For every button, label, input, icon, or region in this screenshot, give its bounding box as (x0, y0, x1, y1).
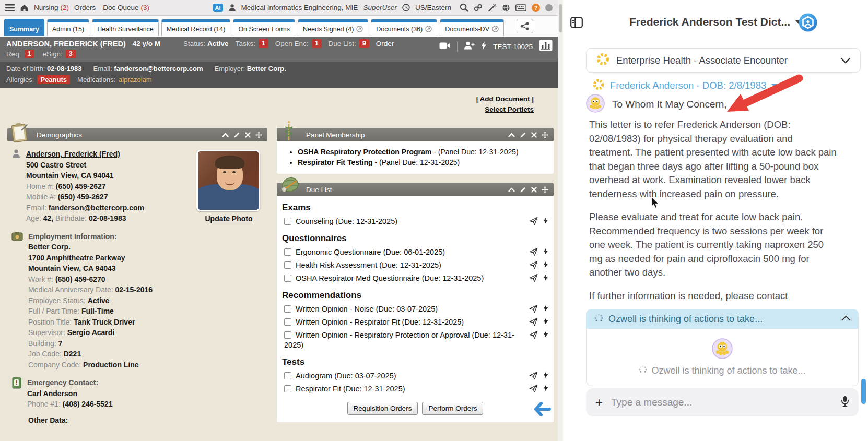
chart-tab[interactable]: Summary (4, 19, 44, 36)
perform-orders-button[interactable]: Perform Orders (422, 402, 483, 415)
ozwell-logo[interactable] (798, 13, 818, 34)
link-chain-icon[interactable] (474, 4, 483, 11)
splitter-handle[interactable] (559, 4, 562, 32)
patient-name[interactable]: ANDERSON, FREDERICK (FRED) (6, 40, 126, 48)
open-enc-count-badge[interactable]: 1 (312, 39, 322, 48)
chart-tab[interactable]: Documents-DV (440, 19, 504, 36)
popout-icon[interactable] (492, 26, 499, 32)
message-input[interactable] (611, 397, 832, 408)
nav-item-orders[interactable]: Orders (74, 4, 98, 11)
edit-pencil-icon[interactable] (520, 186, 526, 193)
demographics-portlet-header[interactable]: Demographics (7, 128, 267, 141)
chart-tab[interactable]: Admin (15) (47, 19, 89, 36)
move-icon[interactable] (255, 132, 262, 138)
move-icon[interactable] (542, 132, 548, 138)
chart-tab[interactable]: Needs Signed (4) (298, 19, 368, 36)
globe-icon[interactable] (502, 4, 510, 12)
thinking-header[interactable]: Ozwell is thinking of actions to take... (586, 309, 859, 329)
req-count-badge[interactable]: 1 (25, 50, 34, 58)
home-icon[interactable] (20, 4, 29, 12)
send-plane-icon[interactable] (529, 371, 538, 380)
tab-settings-button[interactable] (517, 19, 533, 33)
search-icon[interactable] (460, 3, 468, 12)
quick-action-bolt-icon[interactable] (543, 247, 548, 256)
quick-action-bolt-icon[interactable] (543, 273, 548, 282)
ai-badge[interactable]: AI (213, 4, 223, 12)
due-item-checkbox[interactable] (284, 331, 291, 339)
move-icon[interactable] (542, 186, 548, 193)
bolt-icon[interactable] (481, 41, 487, 52)
timezone-label[interactable]: US/Eastern (415, 4, 451, 11)
quick-action-bolt-icon[interactable] (543, 317, 548, 326)
send-plane-icon[interactable] (529, 260, 538, 269)
requisition-orders-button[interactable]: Requisition Orders (347, 402, 418, 415)
popout-icon[interactable] (356, 26, 363, 32)
keyboard-icon[interactable] (515, 4, 526, 11)
video-camera-icon[interactable] (439, 42, 451, 52)
due-item-checkbox[interactable] (284, 275, 291, 282)
microphone-icon[interactable] (841, 396, 849, 409)
collapse-icon[interactable] (222, 133, 229, 137)
select-portlets-link[interactable]: Select Portlets (476, 104, 534, 115)
quick-action-bolt-icon[interactable] (543, 304, 548, 313)
send-plane-icon[interactable] (529, 317, 538, 326)
order-link[interactable]: Order (376, 40, 394, 47)
edit-pencil-icon[interactable] (520, 132, 526, 138)
collapse-icon[interactable] (508, 133, 515, 137)
chart-tab[interactable]: Medical Record (14) (161, 19, 231, 36)
right-scrollbar-thumb[interactable] (861, 379, 866, 404)
collapse-icon[interactable] (508, 187, 515, 192)
due-list-header[interactable]: Due List (277, 183, 554, 196)
chevron-up-icon[interactable] (841, 316, 850, 325)
close-icon[interactable] (245, 132, 251, 138)
due-item-checkbox[interactable] (284, 261, 291, 269)
patient-name-link[interactable]: Anderson, Frederick (Fred) (26, 149, 144, 160)
due-item-checkbox[interactable] (284, 248, 291, 256)
panel-membership-header[interactable]: Panel Membership (277, 128, 554, 141)
chart-stats-icon[interactable] (539, 40, 553, 53)
chart-tab[interactable]: Documents (36) (371, 19, 437, 36)
due-list-count-badge[interactable]: 9 (359, 39, 369, 48)
popout-icon[interactable] (425, 26, 432, 32)
send-plane-icon[interactable] (529, 273, 538, 282)
help-icon[interactable]: ? (532, 4, 540, 12)
due-item-checkbox[interactable] (284, 318, 291, 326)
esign-count-badge[interactable]: 3 (66, 50, 76, 58)
due-item-checkbox[interactable] (284, 372, 291, 379)
send-plane-icon[interactable] (529, 304, 538, 313)
quick-action-bolt-icon[interactable] (543, 330, 548, 339)
nav-item-doc-queue[interactable]: Doc Queue (3) (103, 4, 149, 11)
chart-tab[interactable]: Health Surveillance (92, 19, 159, 36)
quick-action-bolt-icon[interactable] (543, 384, 548, 393)
send-plane-icon[interactable] (529, 384, 538, 393)
medications-value[interactable]: alprazolam (119, 76, 152, 84)
edit-pencil-icon[interactable] (233, 132, 240, 138)
due-item-checkbox[interactable] (284, 305, 291, 313)
quick-action-bolt-icon[interactable] (543, 217, 548, 225)
close-icon[interactable] (531, 187, 537, 193)
send-plane-icon[interactable] (529, 217, 538, 225)
close-icon[interactable] (531, 132, 537, 138)
conversation-title[interactable]: Frederick Anderson Test Dict... (629, 16, 790, 28)
attach-plus-icon[interactable]: + (595, 396, 603, 409)
tasks-count-badge[interactable]: 1 (259, 39, 268, 48)
add-document-link[interactable]: | Add Document | (476, 94, 534, 104)
send-plane-icon[interactable] (529, 247, 538, 256)
send-plane-icon[interactable] (529, 330, 538, 339)
quick-action-bolt-icon[interactable] (543, 260, 548, 269)
panel-splitter[interactable] (558, 0, 563, 441)
collapse-panel-arrow[interactable] (534, 402, 552, 419)
add-person-icon[interactable] (464, 41, 475, 52)
due-item-checkbox[interactable] (284, 385, 291, 392)
quick-action-bolt-icon[interactable] (543, 371, 548, 380)
nav-item-nursing[interactable]: Nursing (2) (34, 4, 69, 11)
encounter-selector[interactable]: Enterprise Health - Associate Encounter (586, 48, 861, 73)
wand-icon[interactable] (488, 4, 497, 12)
chart-tab[interactable]: On Screen Forms (233, 19, 295, 36)
update-photo-link[interactable]: Update Photo (205, 214, 253, 223)
conversation-title-row[interactable]: Frederick Anderson Test Dict... (563, 16, 868, 28)
hamburger-menu-icon[interactable] (5, 4, 15, 11)
due-item-checkbox[interactable] (284, 218, 291, 225)
allergy-badge[interactable]: Peanuts (37, 75, 70, 84)
patient-context-row[interactable]: Frederick Anderson - DOB: 2/8/1983 (592, 78, 778, 93)
